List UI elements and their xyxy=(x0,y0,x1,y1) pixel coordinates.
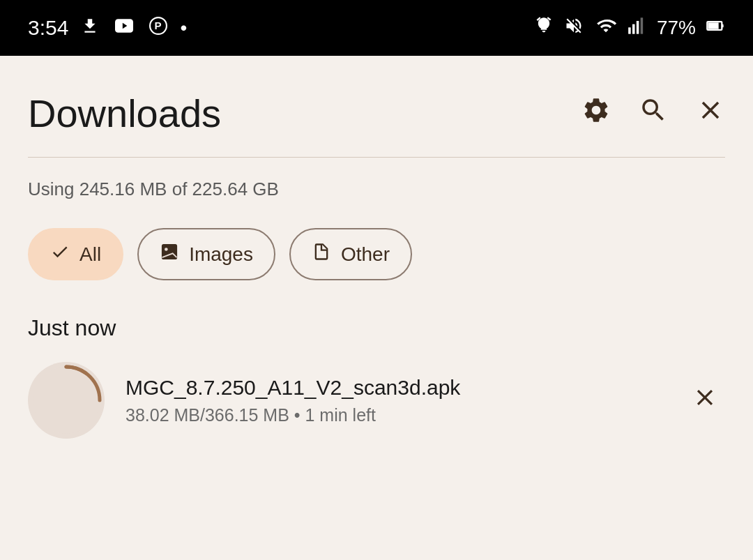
download-status-icon xyxy=(81,16,99,40)
download-progress-meta: 38.02 MB/366.15 MB • 1 min left xyxy=(126,405,664,425)
images-icon xyxy=(160,242,179,266)
other-icon xyxy=(312,242,331,266)
battery-label: 77% xyxy=(657,17,696,39)
download-filename: MGC_8.7.250_A11_V2_scan3d.apk xyxy=(126,376,664,400)
signal-icon xyxy=(628,16,647,40)
header: Downloads xyxy=(28,77,725,150)
svg-rect-5 xyxy=(632,24,635,33)
filter-all-label: All xyxy=(79,243,101,266)
filter-other-label: Other xyxy=(341,243,390,266)
svg-rect-4 xyxy=(628,27,631,33)
svg-rect-10 xyxy=(722,24,723,27)
download-cancel-button[interactable] xyxy=(685,377,725,424)
filter-all-chip[interactable]: All xyxy=(28,228,123,280)
settings-button[interactable] xyxy=(581,96,611,132)
search-button[interactable] xyxy=(639,96,668,132)
status-time: 3:54 xyxy=(28,16,68,40)
svg-rect-6 xyxy=(637,21,639,34)
section-label: Just now xyxy=(28,315,725,341)
download-thumbnail[interactable] xyxy=(28,362,105,439)
svg-rect-7 xyxy=(641,17,644,33)
status-right: 77% xyxy=(534,16,725,40)
filter-images-chip[interactable]: Images xyxy=(137,228,275,280)
storage-info: Using 245.16 MB of 225.64 GB xyxy=(28,179,725,200)
filter-chips: All Images Other xyxy=(28,228,725,280)
wifi-icon xyxy=(594,16,618,40)
check-icon xyxy=(50,242,70,266)
youtube-icon xyxy=(112,16,137,40)
page-title: Downloads xyxy=(28,91,221,136)
filter-other-chip[interactable]: Other xyxy=(289,228,412,280)
notification-dot: • xyxy=(180,17,187,39)
status-left: 3:54 P • xyxy=(28,16,187,40)
svg-point-13 xyxy=(165,248,168,251)
main-content: Downloads Using 245.16 MB of 225.64 GB xyxy=(0,56,753,439)
svg-text:P: P xyxy=(155,20,162,31)
mute-icon xyxy=(563,16,584,40)
svg-rect-9 xyxy=(708,22,719,29)
download-info: MGC_8.7.250_A11_V2_scan3d.apk 38.02 MB/3… xyxy=(126,376,664,425)
battery-icon xyxy=(706,16,725,40)
status-bar: 3:54 P • xyxy=(0,0,753,56)
header-divider xyxy=(28,157,725,158)
close-button[interactable] xyxy=(696,96,725,132)
download-item: MGC_8.7.250_A11_V2_scan3d.apk 38.02 MB/3… xyxy=(28,362,725,439)
header-actions xyxy=(581,96,725,132)
pinterest-icon: P xyxy=(149,16,167,40)
filter-images-label: Images xyxy=(189,243,253,266)
progress-ring-svg xyxy=(28,362,105,439)
alarm-icon xyxy=(534,16,554,40)
